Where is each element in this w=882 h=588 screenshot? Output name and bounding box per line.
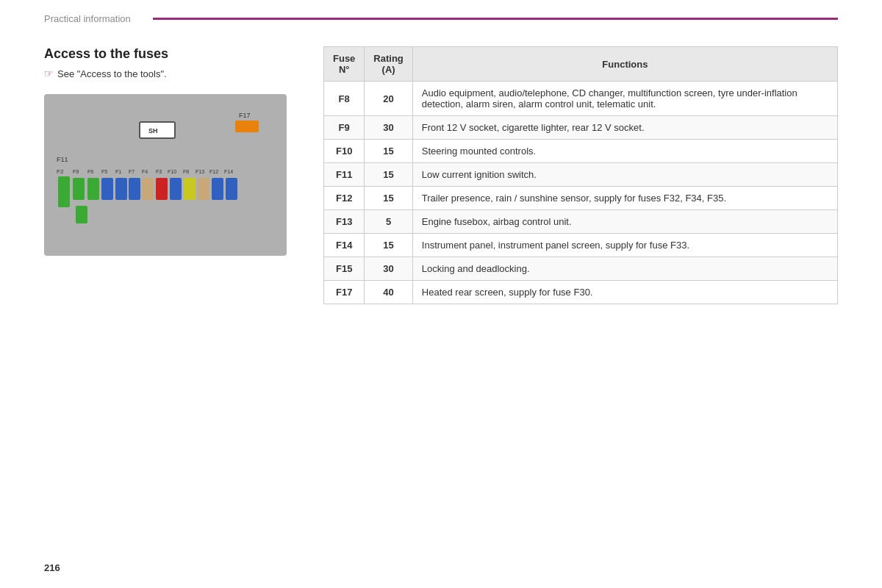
col-rating: Rating(A) <box>365 47 412 82</box>
svg-rect-25 <box>156 178 168 200</box>
arrow-icon: ☞ <box>44 68 54 79</box>
svg-rect-24 <box>142 178 154 200</box>
table-header-row: FuseN° Rating(A) Functions <box>324 47 838 82</box>
svg-text:F1: F1 <box>115 169 121 174</box>
fuse-number-cell: F17 <box>324 281 365 304</box>
fuse-rating-cell: 20 <box>365 82 412 116</box>
fuse-function-cell: Trailer presence, rain / sunshine sensor… <box>412 187 837 210</box>
fuse-function-cell: Engine fusebox, airbag control unit. <box>412 210 837 234</box>
svg-text:F7: F7 <box>129 169 135 174</box>
section-title: Access to the fuses <box>44 46 294 62</box>
svg-rect-26 <box>170 178 182 200</box>
fuse-rating-cell: 30 <box>365 257 412 281</box>
header-accent-line <box>153 18 838 20</box>
svg-rect-28 <box>198 178 209 200</box>
table-row: F930Front 12 V socket, cigarette lighter… <box>324 116 838 140</box>
right-panel: FuseN° Rating(A) Functions F820Audio equ… <box>323 46 838 304</box>
fuse-function-cell: Low current ignition switch. <box>412 163 837 187</box>
col-fuse: FuseN° <box>324 47 365 82</box>
fuse-box-diagram: SH F17 F11 F2 F9 F6 F5 F1 F7 F4 F3 F10 <box>44 94 287 256</box>
table-row: F1740Heated rear screen, supply for fuse… <box>324 281 838 304</box>
see-note: ☞ See "Access to the tools". <box>44 68 294 79</box>
table-row: F820Audio equipment, audio/telephone, CD… <box>324 82 838 116</box>
fuse-function-cell: Locking and deadlocking. <box>412 257 837 281</box>
col-functions: Functions <box>412 47 837 82</box>
fuse-rating-cell: 15 <box>365 234 412 257</box>
fuse-number-cell: F13 <box>324 210 365 234</box>
table-row: F1415Instrument panel, instrument panel … <box>324 234 838 257</box>
fuse-function-cell: Instrument panel, instrument panel scree… <box>412 234 837 257</box>
fuse-rating-cell: 15 <box>365 163 412 187</box>
table-row: F135Engine fusebox, airbag control unit. <box>324 210 838 234</box>
fuse-number-cell: F8 <box>324 82 365 116</box>
svg-rect-19 <box>73 178 85 200</box>
svg-rect-29 <box>212 178 223 200</box>
fuse-diagram-svg: SH F17 F11 F2 F9 F6 F5 F1 F7 F4 F3 F10 <box>55 109 290 256</box>
left-panel: Access to the fuses ☞ See "Access to the… <box>44 46 294 256</box>
fuse-number-cell: F12 <box>324 187 365 210</box>
svg-text:F10: F10 <box>168 169 176 174</box>
svg-rect-32 <box>76 206 87 223</box>
fuse-rating-cell: 40 <box>365 281 412 304</box>
header: Practical information <box>0 0 882 24</box>
fuse-function-cell: Heated rear screen, supply for fuse F30. <box>412 281 837 304</box>
fuse-rating-cell: 15 <box>365 187 412 210</box>
fuse-table: FuseN° Rating(A) Functions F820Audio equ… <box>323 46 838 304</box>
svg-text:F4: F4 <box>142 169 148 174</box>
svg-rect-21 <box>101 178 113 200</box>
svg-text:F13: F13 <box>196 169 204 174</box>
svg-text:F12: F12 <box>209 169 218 174</box>
breadcrumb: Practical information <box>44 13 131 24</box>
fuse-function-cell: Audio equipment, audio/telephone, CD cha… <box>412 82 837 116</box>
page-content: Access to the fuses ☞ See "Access to the… <box>0 24 882 319</box>
svg-text:F5: F5 <box>101 169 107 174</box>
see-note-text: See "Access to the tools". <box>57 68 167 79</box>
svg-rect-20 <box>87 178 99 200</box>
fuse-rating-cell: 5 <box>365 210 412 234</box>
svg-text:SH: SH <box>148 127 158 135</box>
svg-text:F2: F2 <box>57 168 64 175</box>
svg-text:F3: F3 <box>156 169 162 174</box>
table-row: F1530Locking and deadlocking. <box>324 257 838 281</box>
table-row: F1015Steering mounted controls. <box>324 140 838 163</box>
fuse-number-cell: F10 <box>324 140 365 163</box>
svg-text:F17: F17 <box>239 112 251 119</box>
fuse-rating-cell: 30 <box>365 116 412 140</box>
svg-text:F6: F6 <box>87 169 93 174</box>
table-row: F1215Trailer presence, rain / sunshine s… <box>324 187 838 210</box>
svg-rect-6 <box>58 176 70 207</box>
svg-rect-27 <box>184 178 196 200</box>
svg-rect-3 <box>235 121 259 132</box>
svg-text:F11: F11 <box>57 156 68 163</box>
table-row: F1115Low current ignition switch. <box>324 163 838 187</box>
page-number: 216 <box>44 562 60 573</box>
fuse-function-cell: Steering mounted controls. <box>412 140 837 163</box>
fuse-number-cell: F14 <box>324 234 365 257</box>
svg-text:F14: F14 <box>224 169 233 174</box>
fuse-number-cell: F15 <box>324 257 365 281</box>
svg-text:F9: F9 <box>73 169 79 174</box>
svg-text:F8: F8 <box>183 169 189 174</box>
svg-rect-22 <box>115 178 127 200</box>
fuse-number-cell: F9 <box>324 116 365 140</box>
svg-rect-30 <box>226 178 237 200</box>
fuse-function-cell: Front 12 V socket, cigarette lighter, re… <box>412 116 837 140</box>
fuse-rating-cell: 15 <box>365 140 412 163</box>
svg-rect-23 <box>129 178 140 200</box>
fuse-number-cell: F11 <box>324 163 365 187</box>
